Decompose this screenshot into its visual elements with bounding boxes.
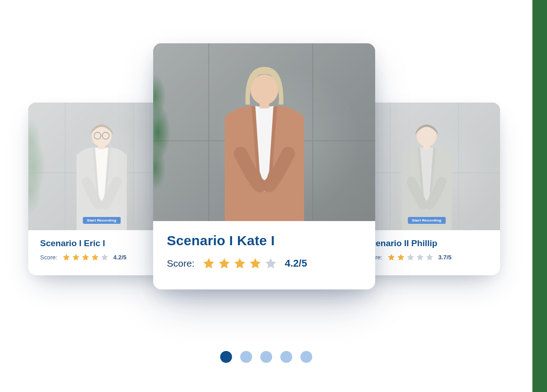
pagination-dot[interactable]	[260, 351, 272, 363]
carousel-card-next[interactable]: Start Recording Scenario II Phillip Scor…	[353, 103, 500, 275]
scenario-person-illustration	[383, 103, 470, 230]
svg-point-3	[102, 132, 109, 139]
start-recording-chip[interactable]: Start Recording	[83, 217, 121, 224]
pagination-dot[interactable]	[300, 351, 312, 363]
svg-point-1	[92, 125, 112, 147]
scenario-person-illustration	[58, 103, 145, 230]
score-value: 4.2/5	[285, 258, 307, 269]
score-row: Score: 3.7/5	[365, 253, 488, 262]
plant-decoration	[153, 43, 190, 221]
scenario-person-illustration	[196, 43, 333, 221]
star-icon	[264, 257, 278, 270]
star-icon	[81, 253, 90, 262]
svg-point-11	[421, 201, 433, 209]
svg-point-5	[96, 201, 108, 209]
star-icon	[248, 257, 262, 270]
svg-point-10	[417, 125, 437, 147]
star-icon	[387, 253, 396, 262]
star-rating	[202, 257, 278, 270]
svg-point-2	[94, 132, 101, 139]
start-recording-chip[interactable]: Start Recording	[408, 217, 446, 224]
star-icon	[416, 253, 424, 262]
star-icon	[202, 257, 216, 270]
score-row: Score: 4.2/5	[40, 253, 163, 262]
plant-decoration	[28, 103, 56, 230]
side-accent-bar	[532, 0, 547, 392]
score-value: 4.2/5	[114, 254, 127, 261]
svg-rect-9	[423, 142, 430, 150]
card-body: Scenario II Phillip Score: 3.7/5	[353, 230, 500, 275]
star-icon	[425, 253, 434, 262]
star-rating	[62, 253, 109, 262]
star-icon	[62, 253, 71, 262]
star-icon	[233, 257, 247, 270]
star-icon	[397, 253, 405, 262]
score-label: Score:	[167, 258, 195, 269]
pagination-dot[interactable]	[280, 351, 292, 363]
star-icon	[72, 253, 80, 262]
carousel-pagination	[0, 351, 532, 363]
star-icon	[91, 253, 99, 262]
score-label: Score:	[40, 254, 57, 261]
score-row: Score: 4.2/5	[167, 257, 361, 270]
score-value: 3.7/5	[439, 254, 452, 261]
pagination-dot[interactable]	[220, 351, 232, 363]
star-icon	[100, 253, 109, 262]
scenario-title: Scenario II Phillip	[365, 238, 488, 248]
star-icon	[217, 257, 231, 270]
scenario-thumbnail: Start Recording	[353, 103, 500, 230]
pagination-dot[interactable]	[240, 351, 252, 363]
card-body: Scenario I Kate I Score: 4.2/5	[153, 221, 375, 289]
svg-rect-0	[98, 142, 105, 150]
carousel-card-active[interactable]: Scenario I Kate I Score: 4.2/5	[153, 43, 375, 289]
scenario-thumbnail	[153, 43, 375, 221]
star-rating	[387, 253, 434, 262]
carousel-stage: Start Recording Scenario I Eric I Score:…	[0, 0, 532, 392]
scenario-title: Scenario I Eric I	[40, 238, 163, 248]
star-icon	[406, 253, 415, 262]
scenario-title: Scenario I Kate I	[167, 233, 361, 248]
